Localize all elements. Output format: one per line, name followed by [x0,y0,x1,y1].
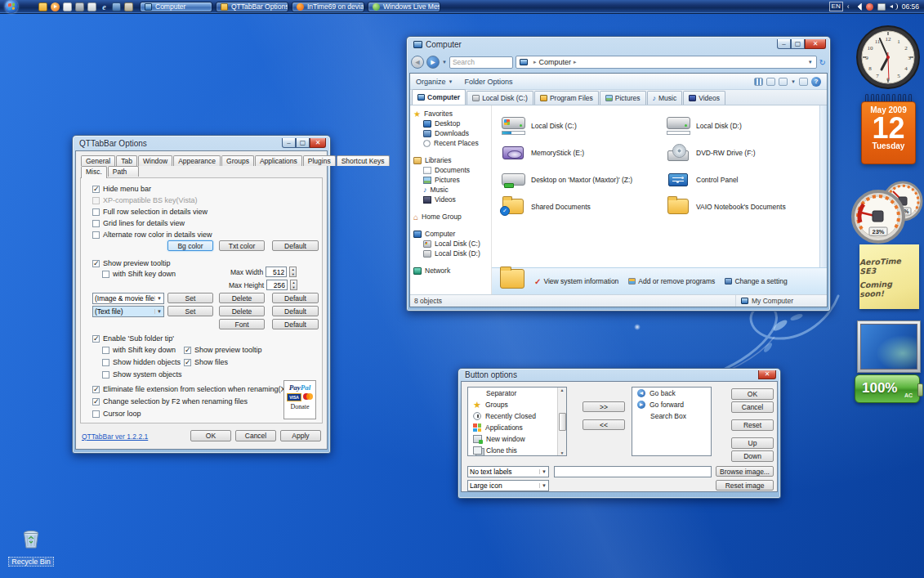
maximize-button[interactable]: ▢ [296,138,310,148]
list-scrollbar[interactable]: ▲▼ [557,388,566,455]
checkbox[interactable] [92,208,100,216]
nav-downloads[interactable]: Downloads [413,128,491,138]
icon-size-combo[interactable]: Large icon▼ [467,480,549,491]
breadcrumb[interactable]: Computer [538,58,571,66]
preview-pane-icon[interactable] [799,78,808,86]
list-item-applications[interactable]: Applications [468,422,566,433]
nav-libraries[interactable]: Libraries [413,155,491,165]
item-local-disk-d[interactable]: Local Disk (D:) [662,112,825,139]
tab-tab[interactable]: Tab [116,155,137,166]
checkbox-show-files[interactable]: Show files [184,358,228,366]
search-input[interactable] [449,56,513,69]
text-file-combo[interactable]: (Text file)▼ [92,306,164,317]
refresh-icon[interactable]: ↻ [819,58,826,67]
set-text-button[interactable]: Set [167,306,213,316]
tab-videos[interactable]: Videos [683,91,725,105]
address-dropdown-icon[interactable]: ▼ [808,60,813,65]
help-icon[interactable]: ? [811,77,821,87]
max-width-spinner[interactable]: ▲▼ [289,267,297,277]
default-color-button[interactable]: Default [272,240,319,251]
vertical-scrollbar[interactable] [819,105,827,267]
list-view-icon[interactable] [766,78,775,86]
list-item-clone-this[interactable]: Clone this [468,445,566,456]
nav-recent-places[interactable]: Recent Places [413,138,491,148]
set-image-button[interactable]: Set [167,293,213,303]
slideshow-gadget[interactable] [857,320,921,373]
image-file-combo[interactable]: (Image & movie file)▼ [92,293,164,304]
maximize-button[interactable]: ▢ [791,39,805,49]
close-button[interactable]: ✕ [310,138,326,148]
nav-favorites[interactable]: ★Favorites [413,109,491,119]
checkbox-show-preview-tooltip[interactable]: Show preview tooltip [92,259,171,267]
quicklaunch-explorer-icon[interactable] [38,2,47,11]
apply-button[interactable]: Apply [280,430,321,441]
checkbox-alternate-row[interactable]: Alternate row color in details view [92,231,212,239]
list-item-go-back[interactable]: ◄Go back [632,388,711,399]
checkbox[interactable] [92,398,100,405]
nav-desktop[interactable]: Desktop [413,119,491,128]
default-text-button[interactable]: Default [272,306,319,316]
checkbox-grid-lines[interactable]: Grid lines for details view [92,219,185,227]
quicklaunch-photo-icon[interactable] [75,2,84,11]
checkbox[interactable] [92,260,100,267]
checkbox-full-row[interactable]: Full row selection in details view [92,208,208,216]
change-setting-link[interactable]: Change a setting [725,277,787,285]
txt-color-button[interactable]: Txt color [219,240,265,251]
item-memorystick[interactable]: MemoryStick (E:) [497,139,660,166]
folder-options-menu[interactable]: Folder Options [464,78,512,86]
list-item-go-forward[interactable]: ►Go forward [632,399,711,410]
checkbox-show-hidden[interactable]: Show hidden objects [102,358,181,366]
reset-button[interactable]: Reset [731,419,774,431]
bg-color-button[interactable]: Bg color [167,240,213,251]
address-bar[interactable]: ▸ Computer ▸ ▼ [516,56,817,69]
checkbox[interactable] [184,347,191,354]
down-button[interactable]: Down [731,450,774,462]
network-icon[interactable] [854,3,862,11]
checkbox[interactable] [92,220,100,227]
taskbar-task-computer[interactable]: Computer [140,2,212,12]
checkbox-show-system[interactable]: Show system objects [102,370,182,379]
browse-image-button[interactable]: Browse image... [716,466,774,477]
dialog-titlebar[interactable]: Button options ✕ [461,369,778,381]
tab-program-files[interactable]: Program Files [534,91,599,105]
tab-misc[interactable]: Misc. [81,166,107,178]
quicklaunch-media-player-icon[interactable] [51,2,60,11]
checkbox-xp-bs-key[interactable]: XP-compatible BS key(Vista) [92,196,197,204]
nav-homegroup[interactable]: ⌂Home Group [413,212,491,222]
delete-image-button[interactable]: Delete [219,293,265,303]
list-item-separator[interactable]: Separator [468,388,566,399]
sticky-note-gadget[interactable]: AeroTime SE3 Coming soon! [859,244,919,309]
image-path-input[interactable] [554,466,712,477]
item-dvd-drive[interactable]: DVD-RW Drive (F:) [662,139,825,166]
delete-text-button[interactable]: Delete [219,306,265,316]
checkbox-with-shift[interactable]: with Shift key down [102,270,176,278]
minimize-button[interactable]: – [282,138,296,148]
paypal-donate-button[interactable]: PayPal VISA Donate [283,380,316,419]
quicklaunch-mail-icon[interactable] [87,2,96,11]
tab-computer[interactable]: Computer [412,89,466,105]
recycle-bin[interactable]: Recycle Bin [7,528,56,567]
item-shared-documents[interactable]: Shared Documents [497,193,660,220]
checkbox[interactable] [92,335,100,343]
ok-button[interactable]: OK [190,430,231,441]
tab-pictures[interactable]: Pictures [600,91,646,105]
forward-button[interactable]: ► [426,56,440,69]
checkbox[interactable] [92,386,100,393]
cancel-button[interactable]: Cancel [235,430,276,441]
item-network-drive-z[interactable]: Desktop on 'Maxtor (Maxtor)' (Z:) [497,166,660,193]
list-item-search-box[interactable]: Search Box [632,410,711,422]
checkbox[interactable] [184,359,191,366]
close-button[interactable]: ✕ [758,370,776,379]
tab-shortcut-keys[interactable]: Shortcut Keys [337,155,390,166]
text-label-style-combo[interactable]: No text labels▼ [467,466,549,477]
volume-icon[interactable] [890,3,898,11]
max-height-input[interactable] [266,280,288,290]
tab-plugins[interactable]: Plugins [303,155,336,166]
scrollbar-thumb[interactable] [559,413,566,431]
up-button[interactable]: Up [731,437,774,449]
nav-videos[interactable]: Videos [413,195,491,204]
checkbox-enable-subfolder-tip[interactable]: Enable 'Sub folder tip' [92,334,174,343]
list-item-new-window[interactable]: New window [468,433,566,445]
tab-applications[interactable]: Applications [255,155,302,166]
version-link[interactable]: QTTabBar ver 1.2.2.1 [82,432,148,441]
